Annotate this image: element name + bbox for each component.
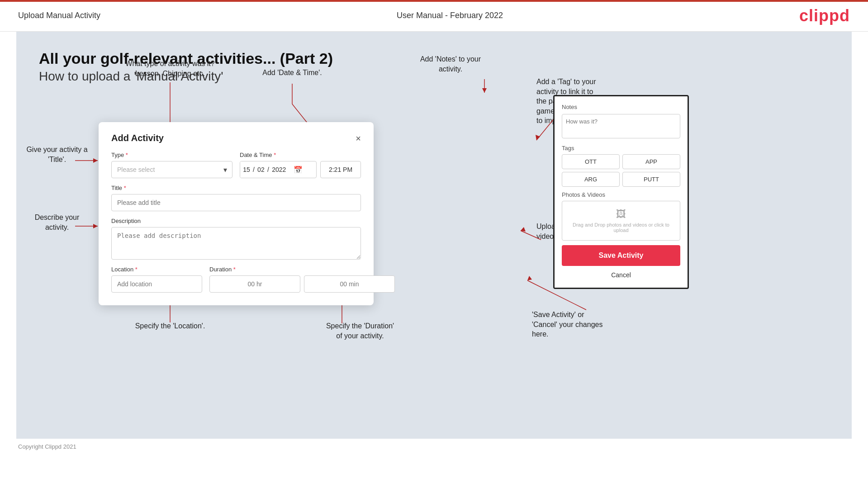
form-group-duration: Duration * bbox=[209, 266, 395, 293]
ann-location: Specify the 'Location'. bbox=[125, 321, 215, 331]
notes-label: Notes bbox=[562, 104, 680, 110]
date-year-input[interactable] bbox=[269, 161, 289, 178]
tag-app[interactable]: APP bbox=[622, 154, 680, 169]
ann-activity-type: What type of activity was it?Lesson, Chi… bbox=[120, 59, 220, 78]
location-label: Location * bbox=[111, 266, 202, 273]
cancel-link[interactable]: Cancel bbox=[562, 270, 680, 280]
calendar-icon[interactable]: 📅 bbox=[289, 162, 307, 178]
photo-icon: 🖼 bbox=[566, 208, 676, 220]
form-group-location: Location * bbox=[111, 266, 202, 293]
form-group-type: Type * Please select bbox=[111, 152, 232, 178]
type-label: Type * bbox=[111, 152, 232, 158]
copyright: Copyright Clippd 2021 bbox=[18, 443, 76, 450]
tag-putt[interactable]: PUTT bbox=[622, 172, 680, 187]
save-activity-button[interactable]: Save Activity bbox=[562, 245, 680, 266]
logo: clippd bbox=[799, 6, 850, 25]
add-activity-modal: Add Activity × Type * Please select Date… bbox=[99, 122, 374, 305]
modal-header: Add Activity × bbox=[111, 133, 361, 143]
location-input[interactable] bbox=[111, 275, 202, 293]
ann-describe: Describe youractivity. bbox=[21, 213, 93, 232]
form-group-datetime: Date & Time * / / 📅 bbox=[240, 152, 361, 178]
tag-ott[interactable]: OTT bbox=[562, 154, 620, 169]
photo-drop-zone[interactable]: 🖼 Drag and Drop photos and videos or cli… bbox=[562, 201, 680, 241]
phone-inner: Notes Tags OTT APP ARG PUTT Photos & Vid… bbox=[555, 96, 688, 288]
date-input-wrapper: / / 📅 bbox=[240, 161, 317, 178]
photos-label: Photos & Videos bbox=[562, 191, 680, 198]
main-area: All your golf-relevant activities... (Pa… bbox=[16, 32, 852, 439]
form-row-location-duration: Location * Duration * bbox=[111, 266, 361, 293]
description-label: Description bbox=[111, 218, 361, 224]
type-select-wrapper: Please select bbox=[111, 161, 232, 178]
ann-duration: Specify the 'Duration'of your activity. bbox=[297, 321, 423, 341]
top-bar: Upload Manual Activity User Manual - Feb… bbox=[0, 0, 868, 32]
date-day-input[interactable] bbox=[240, 161, 253, 178]
description-textarea[interactable] bbox=[111, 227, 361, 260]
notes-textarea[interactable] bbox=[562, 114, 680, 138]
title-label: Title * bbox=[111, 185, 361, 191]
duration-min-input[interactable] bbox=[304, 275, 395, 293]
time-input[interactable] bbox=[320, 161, 361, 178]
ann-date-time: Add 'Date & Time'. bbox=[251, 68, 333, 78]
modal-title: Add Activity bbox=[111, 133, 164, 143]
form-group-title: Title * bbox=[111, 185, 361, 211]
ann-save-cancel: 'Save Activity' or'Cancel' your changesh… bbox=[532, 310, 654, 339]
page-label: Upload Manual Activity bbox=[18, 11, 100, 20]
modal-close-button[interactable]: × bbox=[356, 134, 361, 143]
date-month-input[interactable] bbox=[255, 161, 267, 178]
photo-drop-text: Drag and Drop photos and videos or click… bbox=[566, 222, 676, 233]
form-group-description: Description bbox=[111, 218, 361, 260]
type-select[interactable]: Please select bbox=[111, 161, 232, 178]
form-row-type-date: Type * Please select Date & Time * / bbox=[111, 152, 361, 178]
tag-arg[interactable]: ARG bbox=[562, 172, 620, 187]
duration-hr-input[interactable] bbox=[209, 275, 300, 293]
datetime-label: Date & Time * bbox=[240, 152, 361, 158]
ann-title: Give your activity a'Title'. bbox=[21, 145, 93, 164]
duration-inputs bbox=[209, 275, 395, 293]
title-input[interactable] bbox=[111, 194, 361, 211]
datetime-inputs: / / 📅 bbox=[240, 161, 361, 178]
tags-label: Tags bbox=[562, 145, 680, 152]
phone-panel: Notes Tags OTT APP ARG PUTT Photos & Vid… bbox=[553, 95, 689, 289]
tags-grid: OTT APP ARG PUTT bbox=[562, 154, 680, 187]
footer: Copyright Clippd 2021 bbox=[0, 439, 868, 455]
duration-label: Duration * bbox=[209, 266, 395, 273]
manual-title: User Manual - February 2022 bbox=[397, 11, 503, 20]
ann-notes: Add 'Notes' to youractivity. bbox=[405, 54, 496, 74]
